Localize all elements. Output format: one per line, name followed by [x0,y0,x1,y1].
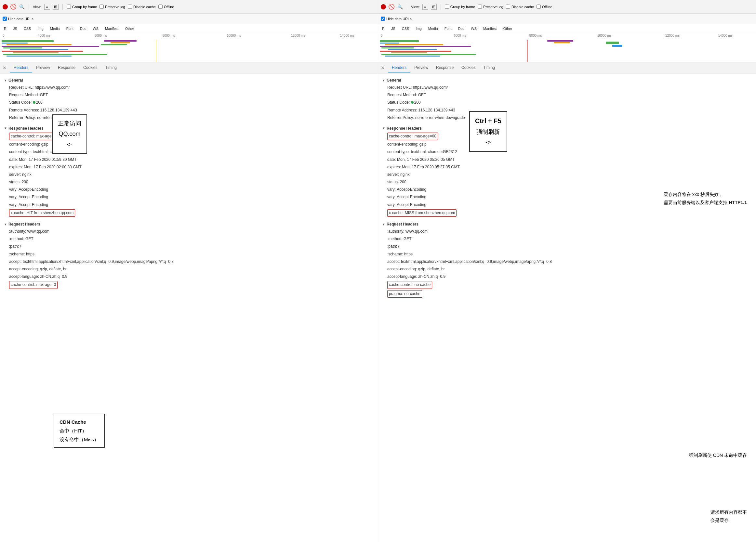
svg-rect-14 [380,40,419,42]
right-type-font[interactable]: Font [443,26,453,31]
svg-rect-9 [7,56,72,57]
left-tab-response[interactable]: Response [54,63,79,73]
right-type-other[interactable]: Other [502,26,514,31]
right-type-r[interactable]: R [381,26,386,31]
preserve-log-check[interactable]: Preserve log [99,5,125,9]
right-type-img[interactable]: Img [414,26,423,31]
type-r[interactable]: R [3,26,8,31]
tree-view-icon[interactable]: ⊞ [53,4,59,10]
type-manifest[interactable]: Manifest [104,26,120,31]
right-hide-data-urls-check[interactable]: Hide data URLs [381,17,412,21]
right-separator [407,4,407,10]
right-search-button[interactable]: 🔍 [397,4,403,10]
left-tab-preview[interactable]: Preview [32,63,54,73]
right-type-doc[interactable]: Doc [457,26,466,31]
cache-control-line1: 缓存内容将在 xxx 秒后失效， [664,191,747,199]
left-tab-timing[interactable]: Timing [101,63,121,73]
right-disable-cache-input[interactable] [506,5,510,9]
svg-rect-25 [547,40,573,42]
left-general-header[interactable]: General [4,76,374,84]
right-tab-preview[interactable]: Preview [410,63,432,73]
disable-cache-input[interactable] [128,5,132,9]
right-disable-cache-check[interactable]: Disable cache [506,5,534,9]
offline-check[interactable]: Offline [158,5,174,9]
record-button[interactable] [3,4,8,9]
right-req-scheme: :scheme: https [382,251,752,258]
right-type-media[interactable]: Media [427,26,439,31]
left-tab-close[interactable]: ✕ [1,65,8,71]
svg-rect-10 [104,40,137,42]
group-by-frame-input[interactable] [67,5,71,9]
right-clear-button[interactable]: 🚫 [389,4,394,10]
right-resp-date: date: Mon, 17 Feb 2020 05:26:05 GMT [382,156,752,164]
right-type-manifest[interactable]: Manifest [482,26,498,31]
right-offline-input[interactable] [537,5,541,9]
right-type-js[interactable]: JS [390,26,397,31]
offline-input[interactable] [158,5,163,9]
right-type-css[interactable]: CSS [401,26,411,31]
type-doc[interactable]: Doc [79,26,88,31]
svg-rect-1 [2,43,28,44]
right-list-view-icon[interactable]: ≡ [422,4,428,10]
right-resp-status: status: 200 [382,179,752,186]
type-img[interactable]: Img [36,26,45,31]
right-resp-content-encoding: content-encoding: gzip [382,141,752,148]
right-panel-body: ✕ Headers Preview Response Cookies Timin… [378,62,756,542]
left-tab-headers[interactable]: Headers [10,63,32,73]
right-preserve-log-label: Preserve log [483,5,503,9]
right-req-method: :method: GET [382,235,752,243]
right-hide-data-urls-input[interactable] [381,17,385,21]
right-response-headers-title[interactable]: Response Headers [382,124,752,132]
right-headers-content: General Request URL: https://www.qq.com/… [378,73,756,542]
left-resp-vary-3: vary: Accept-Encoding [4,201,374,209]
type-js[interactable]: JS [12,26,19,31]
preserve-log-input[interactable] [99,5,104,9]
right-annotation-no-cache: 请求所有内容都不 会是缓存 [708,507,749,526]
hide-data-urls-check[interactable]: Hide data URLs [3,17,33,21]
right-separator2 [441,4,441,10]
no-cache-line1: 请求所有内容都不 [710,508,747,516]
right-tab-headers[interactable]: Headers [388,63,410,73]
right-general-header[interactable]: General [382,76,752,84]
clear-button[interactable]: 🚫 [10,4,16,10]
right-disable-cache-label: Disable cache [511,5,534,9]
ctrl-f5-subtitle: 强制刷新 [475,127,501,137]
right-tree-view-icon[interactable]: ⊞ [431,4,437,10]
left-req-scheme: :scheme: https [4,251,374,258]
right-referrer-policy: Referrer Policy: no-referrer-when-downgr… [382,114,752,122]
right-filter-bar: Hide data URLs [378,14,756,24]
type-font[interactable]: Font [65,26,75,31]
type-other[interactable]: Other [124,26,136,31]
right-tab-cookies[interactable]: Cookies [458,63,479,73]
group-by-frame-check[interactable]: Group by frame [67,5,97,9]
left-tabs-bar: ✕ Headers Preview Response Cookies Timin… [0,62,378,73]
right-group-by-frame-input[interactable] [445,5,449,9]
search-button[interactable]: 🔍 [19,4,25,10]
left-req-accept-encoding: accept-encoding: gzip, deflate, br [4,266,374,273]
right-resp-cache-control: cache-control: max-age=60 [382,132,752,141]
right-group-by-frame-check[interactable]: Group by frame [445,5,475,9]
list-view-icon[interactable]: ≡ [44,4,50,10]
right-preserve-log-check[interactable]: Preserve log [478,5,503,9]
cache-control-line2: 需要当前服务端以及客户端支持 HTTP1.1 [664,199,747,207]
right-tab-close[interactable]: ✕ [379,65,386,71]
right-offline-check[interactable]: Offline [537,5,552,9]
type-css[interactable]: CSS [22,26,33,31]
right-tab-response[interactable]: Response [432,63,458,73]
left-request-headers-title[interactable]: Request Headers [4,220,374,228]
disable-cache-check[interactable]: Disable cache [128,5,156,9]
type-media[interactable]: Media [49,26,61,31]
right-type-ws[interactable]: WS [470,26,478,31]
hide-data-urls-input[interactable] [3,17,7,21]
type-ws[interactable]: WS [91,26,100,31]
right-tab-timing[interactable]: Timing [479,63,499,73]
left-type-filter: R JS CSS Img Media Font Doc WS Manifest … [0,24,378,33]
right-preserve-log-input[interactable] [478,5,482,9]
right-request-headers-title[interactable]: Request Headers [382,220,752,228]
right-req-accept: accept: text/html,application/xhtml+xml,… [382,258,752,266]
left-req-accept-language: accept-language: zh-CN,zh;q=0.9 [4,273,374,280]
right-tabs-bar: ✕ Headers Preview Response Cookies Timin… [378,62,756,73]
right-resp-x-cache: x-cache: MISS from shenzhen.qq.com [382,209,752,218]
left-tab-cookies[interactable]: Cookies [79,63,101,73]
right-record-button[interactable] [381,4,386,9]
